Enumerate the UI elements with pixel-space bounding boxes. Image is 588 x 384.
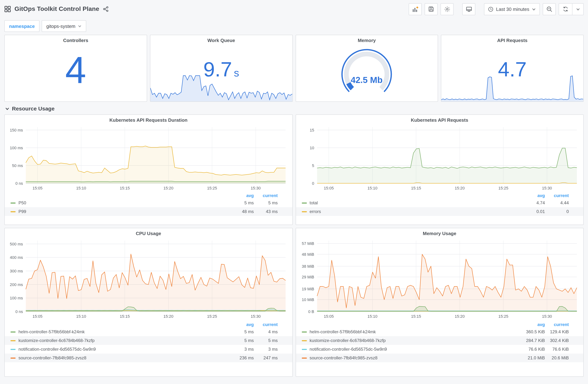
svg-text:15:20: 15:20 xyxy=(163,186,173,190)
svg-text:100 ms: 100 ms xyxy=(10,146,23,150)
legend-series-name[interactable]: source-controller-7fb84fc985-zvsz8 xyxy=(5,355,230,361)
svg-text:100 ms: 100 ms xyxy=(10,296,23,300)
variable-namespace-select[interactable]: gitops-system xyxy=(42,20,86,32)
legend-current-value: 4.44 xyxy=(545,200,569,205)
time-range-label: Last 30 minutes xyxy=(496,6,529,12)
page-title: GitOps Toolkit Control Plane xyxy=(15,5,99,13)
legend-avg-value: 5 ms xyxy=(230,200,254,205)
legend-avg-value: 3 ms xyxy=(230,347,254,352)
time-range-picker[interactable]: Last 30 minutes xyxy=(484,3,540,15)
legend-series-name[interactable]: kustomize-controller-6c6784b468-7kzfp xyxy=(5,338,230,343)
legend-sort-avg[interactable]: avg xyxy=(230,193,254,198)
svg-text:500 ms: 500 ms xyxy=(10,242,23,246)
legend-row: source-controller-7fb84fc985-zvsz8236 ms… xyxy=(5,354,292,362)
panel-title[interactable]: Controllers xyxy=(5,35,147,45)
charts-row-2: CPU Usage 0 ns100 ms200 ms300 ms400 ms50… xyxy=(0,225,588,377)
cycle-view-button[interactable] xyxy=(462,3,475,15)
panel-work-queue: Work Queue 9.7s xyxy=(150,35,293,102)
legend-row: notification-controller-6d56575dc-5w9n93… xyxy=(5,345,292,354)
legend-series-name[interactable]: notification-controller-6d56575dc-5w9n9 xyxy=(5,347,230,352)
legend-row: kustomize-controller-6c6784b468-7kzfp5 m… xyxy=(5,336,292,345)
legend-current-value: 20.6 MiB xyxy=(545,355,569,361)
legend-current-value: 5 ms xyxy=(254,338,278,343)
stats-row: Controllers 4 Work Queue 9.7s Memory 42.… xyxy=(0,34,588,102)
svg-text:300 ms: 300 ms xyxy=(10,269,23,273)
panel-title[interactable]: Work Queue xyxy=(150,35,292,45)
legend-avg-value: 5 ms xyxy=(230,329,254,334)
variables-row: namespace gitops-system xyxy=(0,17,588,34)
chevron-down-icon xyxy=(5,106,9,111)
legend-series-swatch xyxy=(302,349,307,350)
legend-current-value: 4 ms xyxy=(254,329,278,334)
share-icon[interactable] xyxy=(103,6,109,12)
panel-title[interactable]: CPU Usage xyxy=(5,228,292,238)
legend-sort-current[interactable]: current xyxy=(545,193,569,198)
svg-text:15:25: 15:25 xyxy=(207,186,217,190)
refresh-interval-dropdown[interactable] xyxy=(572,3,583,15)
legend-series-swatch xyxy=(11,331,16,332)
chevron-down-icon xyxy=(532,7,536,11)
legend-row: source-controller-7fb84fc985-zvsz821.0 M… xyxy=(296,354,583,362)
svg-text:0: 0 xyxy=(312,181,314,186)
legend-sort-avg[interactable]: avg xyxy=(521,193,545,198)
legend-header: avgcurrent xyxy=(5,193,292,198)
legend-header: avgcurrent xyxy=(296,193,583,198)
legend-series-name[interactable]: errors xyxy=(296,209,521,214)
legend-sort-current[interactable]: current xyxy=(254,322,278,327)
refresh-button[interactable] xyxy=(559,3,572,15)
panel-title[interactable]: API Requests xyxy=(441,35,584,45)
panel-k8s-api-requests: Kubernetes API Requests 05101515:0515:10… xyxy=(295,114,584,225)
row-resource-usage[interactable]: Resource Usage xyxy=(0,102,588,114)
chart-legend: avgcurrenthelm-controller-57f9b56bbf-k24… xyxy=(296,321,583,362)
legend-series-swatch xyxy=(11,357,16,359)
legend-series-name[interactable]: P99 xyxy=(5,209,230,214)
legend-current-value: 5 ms xyxy=(254,200,278,205)
zoom-out-icon xyxy=(546,6,552,12)
svg-text:15:20: 15:20 xyxy=(163,314,173,319)
save-dashboard-button[interactable] xyxy=(425,3,438,15)
panel-title[interactable]: Memory xyxy=(296,35,438,45)
svg-text:15:15: 15:15 xyxy=(411,314,421,319)
legend-series-name[interactable]: total xyxy=(296,200,521,205)
panel-api-requests: API Requests 4.7 xyxy=(441,35,584,102)
apps-grid-icon[interactable] xyxy=(4,6,11,12)
legend-series-name[interactable]: notification-controller-6d56575dc-5w9n9 xyxy=(296,347,521,352)
dashboard-settings-button[interactable] xyxy=(441,3,454,15)
svg-text:19 MiB: 19 MiB xyxy=(302,287,314,291)
dashboard-header: GitOps Toolkit Control Plane xyxy=(0,0,588,17)
legend-series-name[interactable]: helm-controller-57f9b56bbf-k24mk xyxy=(5,329,230,334)
legend-series-name[interactable]: P50 xyxy=(5,200,230,205)
svg-text:15:10: 15:10 xyxy=(76,314,86,319)
svg-text:10 MiB: 10 MiB xyxy=(302,298,314,302)
svg-text:400 ms: 400 ms xyxy=(10,255,23,260)
k8s-api-requests-chart: 05101515:0515:1015:1515:2015:2515:30 xyxy=(296,125,583,192)
refresh-icon xyxy=(563,6,568,12)
legend-series-name[interactable]: helm-controller-57f9b56bbf-k24mk xyxy=(296,329,521,334)
legend-row: notification-controller-6d56575dc-5w9n97… xyxy=(296,345,583,354)
legend-series-name[interactable]: source-controller-7fb84fc985-zvsz8 xyxy=(296,355,521,361)
legend-sort-current[interactable]: current xyxy=(254,193,278,198)
svg-text:15:05: 15:05 xyxy=(32,186,42,190)
add-panel-button[interactable] xyxy=(409,3,422,15)
legend-series-swatch xyxy=(11,211,16,212)
chevron-down-icon xyxy=(78,24,82,28)
legend-series-name[interactable]: kustomize-controller-6c6784b468-7kzfp xyxy=(296,338,521,343)
panel-k8s-api-requests-duration: Kubernetes API Requests Duration 0 ns50 … xyxy=(4,114,293,225)
svg-text:15:20: 15:20 xyxy=(455,186,464,190)
zoom-out-button[interactable] xyxy=(543,3,556,15)
svg-text:15:15: 15:15 xyxy=(411,186,421,190)
legend-sort-current[interactable]: current xyxy=(545,322,569,327)
legend-avg-value: 5 ms xyxy=(230,338,254,343)
chevron-down-icon xyxy=(576,7,580,11)
svg-text:15:10: 15:10 xyxy=(367,314,377,319)
legend-avg-value: 236 ms xyxy=(230,355,254,361)
legend-current-value: 302.4 KiB xyxy=(545,338,569,343)
panel-title[interactable]: Memory Usage xyxy=(296,228,583,238)
variable-namespace-value: gitops-system xyxy=(46,23,75,29)
legend-sort-avg[interactable]: avg xyxy=(230,322,254,327)
row-title: Resource Usage xyxy=(12,106,55,112)
cpu-usage-chart: 0 ns100 ms200 ms300 ms400 ms500 ms15:051… xyxy=(5,238,292,321)
panel-title[interactable]: Kubernetes API Requests Duration xyxy=(5,115,292,125)
legend-sort-avg[interactable]: avg xyxy=(521,322,545,327)
panel-title[interactable]: Kubernetes API Requests xyxy=(296,115,583,125)
